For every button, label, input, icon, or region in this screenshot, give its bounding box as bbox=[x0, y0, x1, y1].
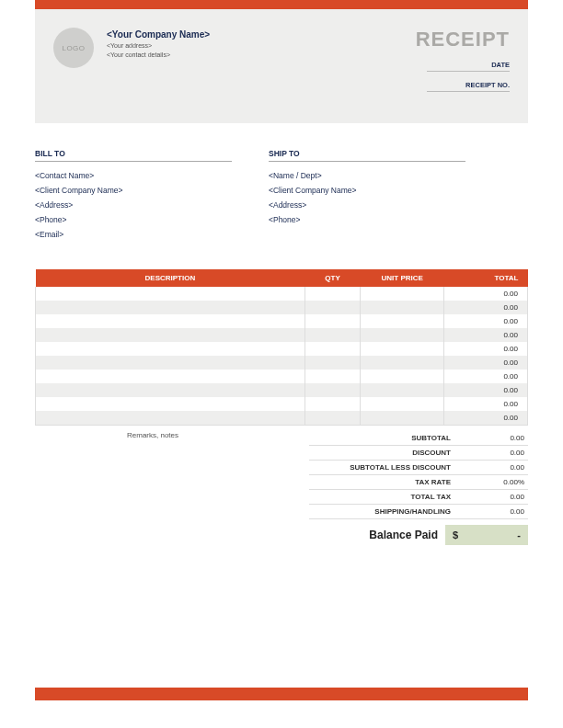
cell-qty bbox=[304, 328, 361, 342]
date-label: DATE bbox=[427, 61, 510, 72]
cell-qty bbox=[304, 383, 361, 397]
table-row: 0.00 bbox=[36, 301, 528, 314]
totals-block: SUBTOTAL 0.00 DISCOUNT 0.00 SUBTOTAL LES… bbox=[309, 431, 528, 545]
bill-to-line: <Contact Name> bbox=[35, 168, 232, 183]
cell-qty bbox=[304, 342, 361, 356]
cell-qty bbox=[304, 301, 361, 314]
tax-rate-row: TAX RATE 0.00% bbox=[309, 475, 528, 490]
table-row: 0.00 bbox=[36, 314, 528, 328]
bill-to-line: <Client Company Name> bbox=[35, 183, 232, 198]
ship-to-line: <Client Company Name> bbox=[269, 183, 465, 198]
bill-to-line: <Email> bbox=[35, 227, 232, 242]
cell-description bbox=[36, 356, 305, 370]
cell-total: 0.00 bbox=[444, 383, 528, 397]
items-table: DESCRIPTION QTY UNIT PRICE TOTAL 0.000.0… bbox=[35, 269, 528, 426]
content: BILL TO <Contact Name> <Client Company N… bbox=[35, 149, 528, 545]
balance-value: - bbox=[517, 529, 521, 540]
subtotal-less-discount-label: SUBTOTAL LESS DISCOUNT bbox=[313, 463, 460, 472]
subtotal-less-discount-row: SUBTOTAL LESS DISCOUNT 0.00 bbox=[309, 461, 528, 475]
balance-paid-label: Balance Paid bbox=[309, 529, 445, 541]
discount-value: 0.00 bbox=[460, 449, 524, 457]
cell-unit-price bbox=[361, 314, 444, 328]
cell-total: 0.00 bbox=[444, 397, 528, 411]
total-tax-row: TOTAL TAX 0.00 bbox=[309, 490, 528, 505]
cell-unit-price bbox=[361, 356, 444, 370]
cell-total: 0.00 bbox=[444, 370, 528, 383]
cell-description bbox=[36, 328, 305, 342]
cell-description bbox=[36, 397, 305, 411]
ship-to-line: <Name / Dept> bbox=[269, 168, 465, 183]
total-tax-value: 0.00 bbox=[460, 493, 524, 501]
remarks-and-totals: Remarks, notes SUBTOTAL 0.00 DISCOUNT 0.… bbox=[35, 431, 528, 545]
header: LOGO <Your Company Name> <Your address> … bbox=[35, 9, 528, 123]
shipping-row: SHIPPING/HANDLING 0.00 bbox=[309, 505, 528, 519]
col-total: TOTAL bbox=[444, 269, 528, 287]
cell-qty bbox=[304, 411, 361, 425]
header-left: LOGO <Your Company Name> <Your address> … bbox=[53, 28, 210, 92]
table-row: 0.00 bbox=[36, 356, 528, 370]
ship-to-heading: SHIP TO bbox=[269, 149, 465, 162]
table-row: 0.00 bbox=[36, 287, 528, 301]
cell-description bbox=[36, 301, 305, 314]
bill-to-heading: BILL TO bbox=[35, 149, 232, 162]
subtotal-label: SUBTOTAL bbox=[313, 434, 460, 442]
shipping-label: SHIPPING/HANDLING bbox=[313, 507, 460, 516]
accent-bar-bottom bbox=[35, 688, 528, 700]
ship-to-column: SHIP TO <Name / Dept> <Client Company Na… bbox=[269, 149, 465, 242]
receipt-title: RECEIPT bbox=[416, 28, 510, 51]
table-row: 0.00 bbox=[36, 397, 528, 411]
subtotal-less-discount-value: 0.00 bbox=[460, 463, 524, 472]
cell-qty bbox=[304, 314, 361, 328]
ship-to-line: <Phone> bbox=[269, 212, 465, 227]
cell-description bbox=[36, 342, 305, 356]
table-row: 0.00 bbox=[36, 328, 528, 342]
cell-description bbox=[36, 383, 305, 397]
cell-qty bbox=[304, 356, 361, 370]
total-tax-label: TOTAL TAX bbox=[313, 493, 460, 501]
cell-qty bbox=[304, 370, 361, 383]
cell-total: 0.00 bbox=[444, 301, 528, 314]
col-description: DESCRIPTION bbox=[36, 269, 305, 287]
table-row: 0.00 bbox=[36, 383, 528, 397]
cell-unit-price bbox=[361, 370, 444, 383]
remarks-note: Remarks, notes bbox=[35, 431, 309, 545]
cell-description bbox=[36, 411, 305, 425]
discount-row: DISCOUNT 0.00 bbox=[309, 446, 528, 461]
logo-placeholder: LOGO bbox=[53, 28, 94, 68]
receipt-no-label: RECEIPT NO. bbox=[427, 81, 510, 92]
company-address: <Your address> bbox=[107, 42, 210, 49]
bill-to-line: <Address> bbox=[35, 198, 232, 212]
company-block: <Your Company Name> <Your address> <Your… bbox=[107, 28, 210, 92]
cell-unit-price bbox=[361, 397, 444, 411]
cell-qty bbox=[304, 287, 361, 301]
balance-paid-box: $ - bbox=[445, 525, 528, 545]
cell-unit-price bbox=[361, 287, 444, 301]
subtotal-value: 0.00 bbox=[460, 434, 524, 442]
bill-to-line: <Phone> bbox=[35, 212, 232, 227]
discount-label: DISCOUNT bbox=[313, 449, 460, 457]
cell-total: 0.00 bbox=[444, 356, 528, 370]
balance-currency: $ bbox=[453, 529, 458, 540]
cell-total: 0.00 bbox=[444, 411, 528, 425]
cell-unit-price bbox=[361, 328, 444, 342]
table-row: 0.00 bbox=[36, 370, 528, 383]
col-unit-price: UNIT PRICE bbox=[361, 269, 444, 287]
shipping-value: 0.00 bbox=[460, 507, 524, 516]
cell-description bbox=[36, 314, 305, 328]
cell-unit-price bbox=[361, 383, 444, 397]
company-contact: <Your contact details> bbox=[107, 51, 210, 58]
cell-description bbox=[36, 287, 305, 301]
company-name: <Your Company Name> bbox=[107, 29, 210, 40]
tax-rate-label: TAX RATE bbox=[313, 478, 460, 486]
ship-to-line: <Address> bbox=[269, 198, 465, 212]
cell-description bbox=[36, 370, 305, 383]
cell-total: 0.00 bbox=[444, 342, 528, 356]
header-right: RECEIPT DATE RECEIPT NO. bbox=[416, 28, 510, 92]
balance-row: Balance Paid $ - bbox=[309, 525, 528, 545]
subtotal-row: SUBTOTAL 0.00 bbox=[309, 431, 528, 446]
cell-unit-price bbox=[361, 301, 444, 314]
cell-total: 0.00 bbox=[444, 287, 528, 301]
cell-total: 0.00 bbox=[444, 314, 528, 328]
table-row: 0.00 bbox=[36, 411, 528, 425]
col-qty: QTY bbox=[304, 269, 361, 287]
